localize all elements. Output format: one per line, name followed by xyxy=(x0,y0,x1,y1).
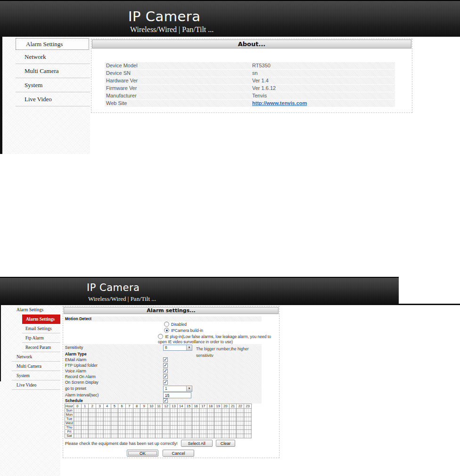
schedule-cell[interactable] xyxy=(185,426,192,430)
cancel-button[interactable]: Cancel xyxy=(163,450,194,457)
schedule-cell[interactable] xyxy=(237,413,244,417)
schedule-cell[interactable] xyxy=(237,430,244,434)
schedule-cell[interactable] xyxy=(163,417,170,421)
schedule-cell[interactable] xyxy=(199,430,207,434)
schedule-cell[interactable] xyxy=(148,426,156,430)
schedule-cell[interactable] xyxy=(118,434,126,438)
sidebar-item-email-settings[interactable]: Email Settings xyxy=(22,324,60,333)
schedule-cell[interactable] xyxy=(244,434,252,438)
schedule-cell[interactable] xyxy=(199,417,207,421)
schedule-cell[interactable] xyxy=(74,417,82,421)
schedule-cell[interactable] xyxy=(192,413,200,417)
checkbox-icon[interactable] xyxy=(163,369,168,373)
schedule-cell[interactable] xyxy=(140,421,148,426)
schedule-cell[interactable] xyxy=(192,430,200,434)
schedule-cell[interactable] xyxy=(103,417,111,421)
schedule-cell[interactable] xyxy=(125,417,133,421)
schedule-cell[interactable] xyxy=(170,426,178,430)
sidebar-item-ftp-alarm[interactable]: Ftp Alarm xyxy=(22,333,60,343)
schedule-cell[interactable] xyxy=(222,409,230,413)
schedule-cell[interactable] xyxy=(185,409,192,413)
schedule-cell[interactable] xyxy=(140,426,148,430)
schedule-cell[interactable] xyxy=(118,409,126,413)
schedule-cell[interactable] xyxy=(111,413,118,417)
schedule-cell[interactable] xyxy=(237,417,244,421)
schedule-cell[interactable] xyxy=(170,421,178,426)
schedule-cell[interactable] xyxy=(125,434,133,438)
schedule-cell[interactable] xyxy=(103,426,111,430)
schedule-cell[interactable] xyxy=(185,430,192,434)
schedule-cell[interactable] xyxy=(237,426,244,430)
checkbox-icon[interactable] xyxy=(163,357,168,362)
sidebar-item-network[interactable]: Network xyxy=(12,352,60,362)
chevron-down-icon[interactable]: ▼ xyxy=(186,345,192,350)
ok-button[interactable]: OK xyxy=(127,450,158,457)
schedule-cell[interactable] xyxy=(111,409,118,413)
checkbox-icon[interactable] xyxy=(163,363,168,368)
schedule-cell[interactable] xyxy=(140,409,148,413)
radio-icon[interactable] xyxy=(164,328,169,333)
schedule-cell[interactable] xyxy=(74,413,82,417)
sidebar-item-record-param[interactable]: Record Param xyxy=(22,343,60,352)
schedule-cell[interactable] xyxy=(192,417,200,421)
sidebar-item-multi-camera[interactable]: Multi Camera xyxy=(12,362,60,371)
schedule-cell[interactable] xyxy=(96,417,104,421)
schedule-cell[interactable] xyxy=(207,434,214,438)
schedule-cell[interactable] xyxy=(214,417,222,421)
schedule-cell[interactable] xyxy=(177,409,185,413)
schedule-cell[interactable] xyxy=(96,426,104,430)
motion-detect-option[interactable]: Disabled xyxy=(64,322,278,328)
schedule-cell[interactable] xyxy=(125,426,133,430)
schedule-cell[interactable] xyxy=(133,421,140,426)
schedule-cell[interactable] xyxy=(237,421,244,426)
schedule-cell[interactable] xyxy=(170,434,178,438)
schedule-cell[interactable] xyxy=(229,426,237,430)
schedule-cell[interactable] xyxy=(177,434,185,438)
schedule-cell[interactable] xyxy=(222,413,230,417)
schedule-cell[interactable] xyxy=(89,430,96,434)
schedule-cell[interactable] xyxy=(81,426,89,430)
sidebar-item-alarm-settings[interactable]: Alarm Settings xyxy=(22,315,60,324)
schedule-cell[interactable] xyxy=(96,413,104,417)
select-all-button[interactable]: Select All xyxy=(181,440,213,447)
schedule-cell[interactable] xyxy=(103,421,111,426)
schedule-cell[interactable] xyxy=(140,434,148,438)
schedule-cell[interactable] xyxy=(185,421,192,426)
schedule-cell[interactable] xyxy=(74,409,82,413)
schedule-cell[interactable] xyxy=(222,434,230,438)
schedule-cell[interactable] xyxy=(74,426,82,430)
schedule-cell[interactable] xyxy=(185,434,192,438)
schedule-cell[interactable] xyxy=(155,413,163,417)
schedule-cell[interactable] xyxy=(177,426,185,430)
schedule-cell[interactable] xyxy=(125,409,133,413)
schedule-cell[interactable] xyxy=(125,413,133,417)
chevron-down-icon[interactable]: ▼ xyxy=(186,386,192,391)
schedule-cell[interactable] xyxy=(133,434,140,438)
schedule-cell[interactable] xyxy=(81,430,89,434)
schedule-cell[interactable] xyxy=(89,413,96,417)
schedule-cell[interactable] xyxy=(185,417,192,421)
schedule-cell[interactable] xyxy=(222,421,230,426)
schedule-cell[interactable] xyxy=(207,417,214,421)
schedule-cell[interactable] xyxy=(155,417,163,421)
schedule-cell[interactable] xyxy=(222,430,230,434)
schedule-cell[interactable] xyxy=(81,409,89,413)
schedule-checkbox[interactable] xyxy=(163,398,168,403)
schedule-cell[interactable] xyxy=(214,430,222,434)
schedule-cell[interactable] xyxy=(163,421,170,426)
schedule-cell[interactable] xyxy=(118,426,126,430)
schedule-cell[interactable] xyxy=(81,417,89,421)
radio-icon[interactable] xyxy=(158,334,163,339)
schedule-cell[interactable] xyxy=(148,417,156,421)
schedule-cell[interactable] xyxy=(118,417,126,421)
radio-icon[interactable] xyxy=(164,322,169,327)
schedule-cell[interactable] xyxy=(214,409,222,413)
schedule-cell[interactable] xyxy=(118,413,126,417)
schedule-cell[interactable] xyxy=(148,430,156,434)
schedule-cell[interactable] xyxy=(140,417,148,421)
schedule-cell[interactable] xyxy=(148,434,156,438)
schedule-cell[interactable] xyxy=(244,409,252,413)
schedule-cell[interactable] xyxy=(148,421,156,426)
checkbox-icon[interactable] xyxy=(163,380,168,385)
schedule-cell[interactable] xyxy=(89,426,96,430)
